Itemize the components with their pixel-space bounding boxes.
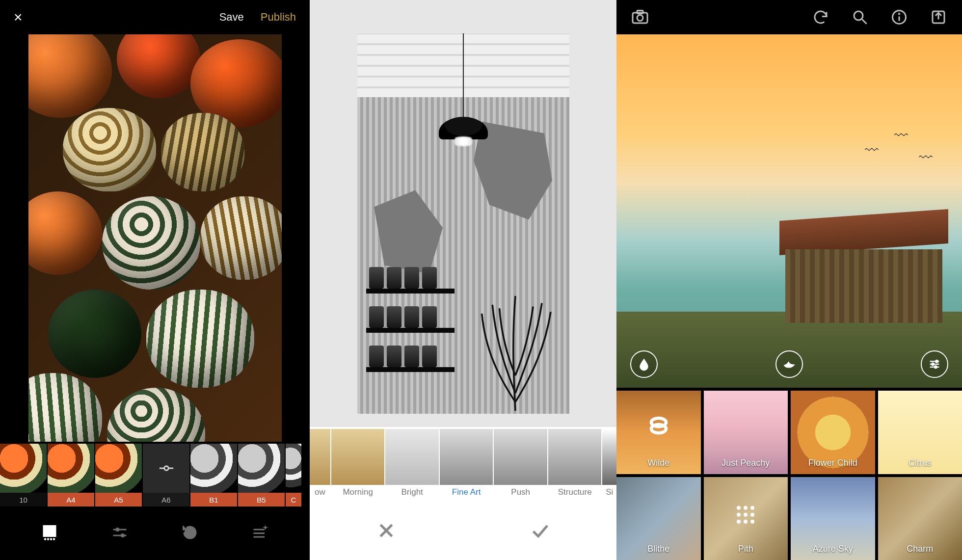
info-icon[interactable] <box>889 7 909 27</box>
preset-A6[interactable]: A6 <box>143 444 189 507</box>
preset-thumb <box>95 444 142 493</box>
header-bar <box>616 0 962 34</box>
filter-si[interactable]: Si <box>602 429 616 500</box>
rings-icon <box>646 413 671 441</box>
texture-label: Blithe <box>647 544 669 554</box>
texture-label: Wilde <box>647 458 669 468</box>
drop-tool-button[interactable] <box>630 350 658 378</box>
photo-canvas[interactable]: 〰 〰 〰 <box>616 34 962 388</box>
texture-citrus[interactable]: Citrus <box>878 391 962 474</box>
cancel-button[interactable] <box>375 519 398 542</box>
texture-flower-child[interactable]: Flower Child <box>791 391 875 474</box>
overlay-button-row <box>616 350 962 378</box>
save-button[interactable]: Save <box>219 11 244 24</box>
texture-just-peachy[interactable]: Just Peachy <box>704 391 788 474</box>
preset-B5[interactable]: B5 <box>238 444 285 507</box>
photo-canvas[interactable] <box>0 34 310 442</box>
editor-panel-vsco: × Save Publish 10A4A5A6B1B5C <box>0 0 310 560</box>
preset-thumb <box>48 444 94 493</box>
photo-image <box>357 33 569 414</box>
tab-presets-icon[interactable] <box>40 523 59 542</box>
camera-icon[interactable] <box>630 7 650 27</box>
preset-label: B1 <box>190 493 237 507</box>
svg-point-32 <box>935 366 937 369</box>
preset-label: B5 <box>238 493 285 507</box>
share-icon[interactable] <box>929 7 948 27</box>
filter-morning[interactable]: Morning <box>331 429 385 500</box>
filter-bright[interactable]: Bright <box>385 429 439 500</box>
bottom-tab-bar <box>0 508 310 560</box>
svg-point-8 <box>116 528 119 531</box>
preset-strip[interactable]: 10A4A5A6B1B5C <box>0 442 310 508</box>
svg-point-11 <box>188 531 191 533</box>
preset-label: 10 <box>0 493 47 507</box>
filter-thumb <box>602 429 616 485</box>
svg-point-3 <box>45 538 46 540</box>
photo-image <box>28 34 282 442</box>
filter-label: Morning <box>331 485 385 500</box>
filter-label: Push <box>494 485 547 500</box>
filter-thumb <box>494 429 547 485</box>
photo-canvas[interactable] <box>310 0 616 427</box>
filter-thumb <box>310 429 330 485</box>
svg-point-24 <box>899 14 900 15</box>
filter-thumb <box>440 429 493 485</box>
plant-decoration <box>471 267 560 414</box>
filter-thumb <box>385 429 439 485</box>
filter-fine-art[interactable]: Fine Art <box>440 429 493 500</box>
filter-label: Structure <box>548 485 602 500</box>
texture-label: Pith <box>738 544 753 554</box>
texture-grid: WildeJust PeachyFlower ChildCitrus Blith… <box>616 388 962 560</box>
svg-point-34 <box>651 425 666 433</box>
filter-label: Bright <box>385 485 439 500</box>
preset-A5[interactable]: A5 <box>95 444 142 507</box>
texture-wilde[interactable]: Wilde <box>616 391 701 474</box>
sliders-tool-button[interactable] <box>921 350 948 378</box>
svg-point-6 <box>53 538 55 540</box>
texture-blithe[interactable]: Blithe <box>616 477 701 560</box>
action-bar <box>310 501 616 560</box>
preset-label: A4 <box>48 493 94 507</box>
preset-A4[interactable]: A4 <box>48 444 94 507</box>
svg-point-18 <box>637 15 643 21</box>
svg-point-10 <box>121 533 125 537</box>
undo-icon[interactable] <box>811 7 830 27</box>
svg-point-5 <box>51 538 52 540</box>
publish-button[interactable]: Publish <box>261 11 296 24</box>
filter-thumb <box>331 429 385 485</box>
filter-structure[interactable]: Structure <box>548 429 602 500</box>
texture-charm[interactable]: Charm <box>878 477 962 560</box>
texture-pith[interactable]: Pith <box>704 477 788 560</box>
filter-strip[interactable]: owMorningBrightFine ArtPushStructureSi <box>310 427 616 501</box>
tab-adjust-icon[interactable] <box>110 523 130 542</box>
preset-label: C <box>286 493 301 507</box>
preset-C[interactable]: C <box>286 444 301 507</box>
bird-tool-button[interactable] <box>775 350 803 378</box>
filter-push[interactable]: Push <box>494 429 547 500</box>
bird-icon: 〰 <box>919 150 933 166</box>
filter-label: ow <box>310 485 330 500</box>
preset-thumb <box>238 444 285 493</box>
texture-azure-sky[interactable]: Azure Sky <box>791 477 875 560</box>
preset-label: A5 <box>95 493 142 507</box>
tab-history-icon[interactable] <box>180 523 200 542</box>
filter-ow[interactable]: ow <box>310 429 330 500</box>
close-button[interactable]: × <box>14 10 23 25</box>
svg-point-4 <box>48 538 49 540</box>
filter-label: Si <box>602 485 616 500</box>
preset-thumb <box>0 444 47 493</box>
preset-thumb <box>286 444 301 493</box>
tab-recipes-icon[interactable] <box>250 523 270 542</box>
header-bar: × Save Publish <box>0 0 310 34</box>
confirm-button[interactable] <box>529 519 551 542</box>
texture-label: Citrus <box>909 458 932 468</box>
svg-rect-2 <box>44 526 55 536</box>
header-actions: Save Publish <box>219 11 296 24</box>
svg-point-28 <box>935 360 938 363</box>
preset-thumb <box>190 444 237 493</box>
preset-10[interactable]: 10 <box>0 444 47 507</box>
preset-label: A6 <box>143 493 189 507</box>
texture-label: Charm <box>907 544 933 554</box>
search-icon[interactable] <box>850 7 870 27</box>
preset-B1[interactable]: B1 <box>190 444 237 507</box>
